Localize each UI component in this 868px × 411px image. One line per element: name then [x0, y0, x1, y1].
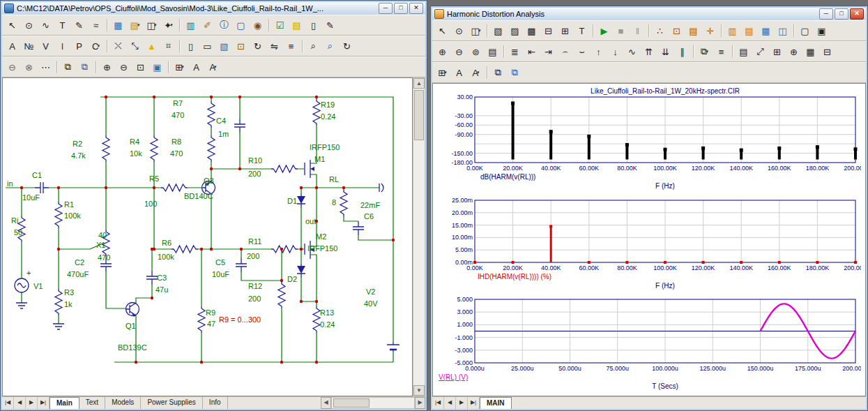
- font-icon[interactable]: A: [188, 59, 204, 75]
- align-icon[interactable]: ≡: [283, 38, 299, 54]
- maximize-button[interactable]: □: [835, 8, 848, 20]
- slope-toggle[interactable]: ⤡: [127, 38, 143, 54]
- tab-power-supplies[interactable]: Power Supplies: [141, 397, 202, 409]
- scroll-left-button[interactable]: ◀: [321, 397, 331, 409]
- select-tool[interactable]: ↖: [434, 23, 450, 39]
- tab-info[interactable]: Info: [203, 397, 228, 409]
- component-tool[interactable]: ⊙: [21, 17, 37, 33]
- font-icon[interactable]: A: [451, 65, 467, 81]
- zoom-area-icon[interactable]: ⊡: [132, 59, 149, 75]
- copy-icon[interactable]: ⧉: [490, 65, 506, 81]
- maximize-plot-icon[interactable]: ▢: [797, 23, 813, 39]
- currents-toggle[interactable]: I: [54, 38, 70, 54]
- back-icon[interactable]: ⊖: [4, 59, 20, 75]
- watch-icon[interactable]: ▦: [802, 44, 818, 60]
- attribute-text-toggle[interactable]: A: [4, 38, 20, 54]
- go-left-icon[interactable]: ⇤: [524, 44, 540, 60]
- restore-button[interactable]: □: [394, 3, 408, 14]
- text-page-icon[interactable]: ▤: [289, 17, 305, 33]
- horizontal-scroll-track[interactable]: [331, 397, 415, 409]
- zoom-cursor-icon[interactable]: ⊕: [786, 44, 802, 60]
- cursor-lines-icon[interactable]: ∥: [674, 44, 690, 60]
- inflection-icon[interactable]: ∿: [624, 44, 640, 60]
- pan-tool[interactable]: ⊙: [451, 23, 467, 39]
- plus-marks-icon[interactable]: ✛: [702, 23, 718, 39]
- print-icon[interactable]: ▤: [485, 44, 501, 60]
- close-button[interactable]: ✕: [850, 8, 864, 20]
- analysis-titlebar[interactable]: Harmonic Distortion Analysis ─ □ ✕: [432, 8, 866, 20]
- close-button[interactable]: ✕: [409, 3, 423, 14]
- valley-icon[interactable]: ⌣: [574, 44, 590, 60]
- fft-icon[interactable]: ⊞: [769, 44, 785, 60]
- horizontal-scroll-thumb[interactable]: [333, 398, 370, 408]
- text-mode-icon[interactable]: T: [574, 23, 590, 39]
- graph-picker[interactable]: ◫▾: [468, 23, 484, 39]
- crossover-areas-toggle[interactable]: ⤬: [110, 38, 126, 54]
- options-icon[interactable]: ⊟: [819, 44, 835, 60]
- prev-tab-button[interactable]: ◀: [14, 397, 26, 409]
- scroll-down-button[interactable]: ▼: [413, 385, 425, 396]
- crop-icon[interactable]: ⊡: [233, 38, 249, 54]
- schematic-titlebar[interactable]: C:\MC12\DATA\Petrov\OPS_Ciuffoli\Mod_Sav…: [2, 2, 425, 15]
- next-tab-button[interactable]: ▶: [456, 397, 468, 409]
- vertical-scrollbar[interactable]: ▲ ▼: [413, 77, 425, 396]
- zoom-out-icon[interactable]: ⊖: [116, 59, 132, 75]
- clipboard-icon[interactable]: ⧉▾: [696, 44, 713, 60]
- find-next-icon[interactable]: ⌕: [322, 38, 338, 54]
- power-toggle[interactable]: P: [71, 38, 87, 54]
- image-icon[interactable]: ▣: [149, 59, 165, 75]
- node-voltages-toggle[interactable]: V: [38, 38, 54, 54]
- first-tab-button[interactable]: |◀: [2, 397, 14, 409]
- font-size-select[interactable]: A▾: [205, 59, 221, 75]
- zoom-in-icon[interactable]: ⊕: [99, 59, 115, 75]
- vertical-tile-icon[interactable]: ▤: [741, 23, 757, 39]
- mirror-icon[interactable]: ⇋: [266, 38, 282, 54]
- high-icon[interactable]: ↑: [591, 44, 607, 60]
- limits-icon[interactable]: ≣: [507, 44, 523, 60]
- scope-window-icon[interactable]: ▦: [110, 17, 126, 33]
- picture-icon[interactable]: ▧: [216, 38, 232, 54]
- border-toggle[interactable]: ▯: [183, 38, 199, 54]
- grid-toggle[interactable]: ⌗: [160, 38, 176, 54]
- line-tool[interactable]: ✎: [71, 17, 87, 33]
- node-numbers-toggle[interactable]: №: [21, 38, 37, 54]
- zoom-mode-icon[interactable]: ▧: [490, 23, 506, 39]
- enable-check-icon[interactable]: ☑: [272, 17, 288, 33]
- copy-special-icon[interactable]: ⧉: [77, 59, 93, 75]
- find-icon[interactable]: ⌕: [305, 38, 321, 54]
- cursor-mode-icon[interactable]: ▨: [507, 23, 523, 39]
- harmonic-db-spectrum-chart[interactable]: 0.00K20.00K40.00K60.00K80.00K100.00K120.…: [434, 86, 861, 193]
- go-right-icon[interactable]: ⇥: [540, 44, 556, 60]
- global-low-icon[interactable]: ⇊: [657, 44, 673, 60]
- zigzag-tool[interactable]: ≈: [88, 17, 104, 33]
- ihd-chart[interactable]: 0.00K20.00K40.00K60.00K80.00K100.00K120.…: [434, 194, 861, 293]
- zoom-out-icon[interactable]: ⊖: [451, 44, 467, 60]
- conditions-toggle[interactable]: C▾: [88, 38, 104, 54]
- prev-tab-button[interactable]: ◀: [444, 397, 456, 409]
- scale-icon[interactable]: ⤢: [752, 44, 768, 60]
- macro-picker[interactable]: ✦▾: [160, 17, 176, 33]
- info-button[interactable]: ⓘ: [216, 17, 232, 33]
- tag-vertical-icon[interactable]: ⊞: [557, 23, 573, 39]
- schematic-canvas[interactable]: inC110uFRi50R1100kR24.7kR410kR7470R8470C…: [2, 77, 413, 396]
- transient-waveform-chart[interactable]: 0.000u25.000u50.000u75.000u100.000u125.0…: [434, 293, 861, 394]
- first-tab-button[interactable]: |◀: [432, 397, 444, 409]
- drc-warning-icon[interactable]: ▲: [144, 38, 160, 54]
- title-block-toggle[interactable]: ▭: [199, 38, 215, 54]
- properties-icon[interactable]: ≡: [713, 44, 729, 60]
- low-icon[interactable]: ↓: [607, 44, 623, 60]
- font-style-select[interactable]: A▾: [468, 65, 484, 81]
- open-file-icon[interactable]: ▤▾: [127, 17, 143, 33]
- probe-icon[interactable]: ◉: [250, 17, 266, 33]
- refresh-icon[interactable]: ↻: [339, 38, 355, 54]
- tab-main[interactable]: Main: [50, 397, 79, 409]
- next-tab-button[interactable]: ▶: [26, 397, 38, 409]
- pause-button[interactable]: ‖: [630, 23, 646, 39]
- tag-horizontal-icon[interactable]: ⊟: [540, 23, 556, 39]
- copy-special-icon[interactable]: ⧉: [507, 65, 523, 81]
- tab-models[interactable]: Models: [105, 397, 141, 409]
- rotate-icon[interactable]: ↻: [250, 38, 266, 54]
- last-tab-button[interactable]: ▶|: [468, 397, 480, 409]
- restore-plot-icon[interactable]: ▣: [814, 23, 830, 39]
- blank-page-icon[interactable]: ▯: [305, 17, 321, 33]
